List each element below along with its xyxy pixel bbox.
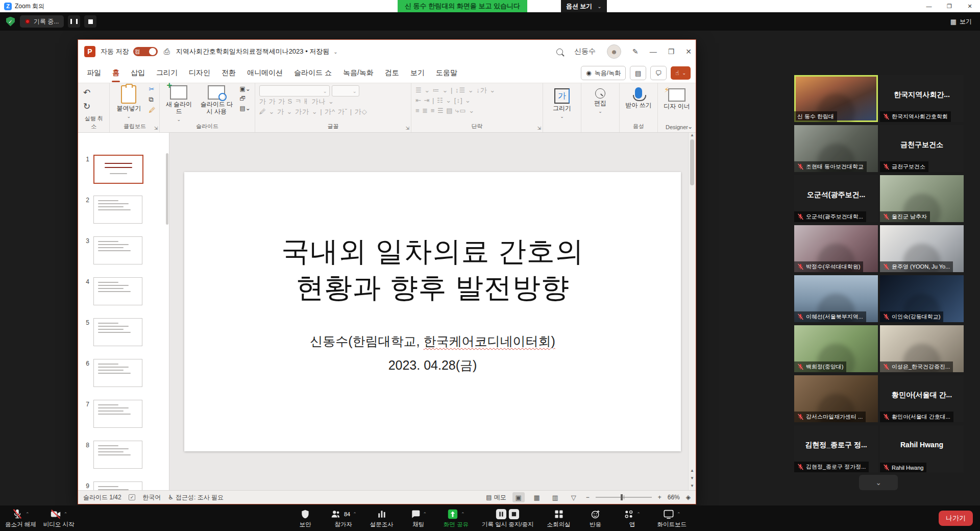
paste-button[interactable]: 붙여넣기 ⌄ (114, 85, 143, 119)
ppt-maximize-button[interactable]: ❐ (668, 47, 675, 56)
slide-thumbnail-5[interactable]: 5 (78, 318, 169, 346)
zoom-in-button[interactable]: + (658, 494, 662, 501)
slide-reset-button[interactable]: 🗗 (239, 95, 250, 102)
tab-녹음/녹화[interactable]: 녹음/녹화 (337, 64, 379, 82)
slide-thumbnail-1[interactable]: 1 (78, 155, 169, 184)
slide-canvas[interactable]: 국내외 일차의료 간호의 현황과 향후 발전방향 신동수(한림대학교, 한국케어… (184, 172, 681, 451)
chevron-up-icon[interactable]: ⌃ (353, 512, 357, 517)
thumbnail-preview[interactable] (93, 441, 142, 469)
new-slide-button[interactable]: 새 슬라이드 ⌄ (164, 85, 193, 122)
thumbnail-preview[interactable] (93, 277, 142, 305)
view-options-button[interactable]: 옵션 보기 ⌄ (561, 0, 607, 12)
redo-button[interactable]: ↻ (83, 101, 104, 112)
participant-tile[interactable]: 백희정(중앙대) (794, 325, 878, 372)
gallery-view-button[interactable]: ▦ 보기 (946, 15, 976, 28)
clipboard-dialog-launcher[interactable]: ⇲ (154, 126, 158, 131)
window-close-button[interactable]: ✕ (960, 0, 980, 12)
ppt-minimize-button[interactable]: — (650, 47, 657, 56)
tab-디자인[interactable]: 디자인 (183, 64, 216, 82)
thumbnail-preview[interactable] (93, 400, 142, 428)
slide-thumbnail-2[interactable]: 2 (78, 196, 169, 224)
document-title[interactable]: 지역사회간호학회일차의료정책세미나2023 • 저장됨 ⌄ (176, 47, 338, 56)
participant-tile[interactable]: 오군석(광주보건...오군석(광주보건대학... (794, 175, 878, 222)
normal-view-button[interactable]: ▣ (512, 492, 525, 502)
chevron-up-icon[interactable]: ⌃ (26, 512, 30, 517)
record-presentation-button[interactable]: ◉ 녹음/녹화 (581, 66, 626, 80)
cut-button[interactable]: ✂ (149, 85, 155, 93)
chevron-up-icon[interactable]: ⌃ (64, 512, 68, 517)
tab-도움말[interactable]: 도움말 (430, 64, 463, 82)
tab-보기[interactable]: 보기 (405, 64, 430, 82)
tab-홈[interactable]: 홈 (107, 64, 125, 82)
participant-tile[interactable]: 황민아(서울대 간...황민아(서울대 간호대... (880, 375, 964, 422)
thumbnail-preview[interactable] (93, 318, 142, 346)
tab-전환[interactable]: 전환 (216, 64, 241, 82)
participants-more-button[interactable]: ⌄ (859, 475, 898, 490)
avatar[interactable]: ☻ (607, 44, 621, 59)
participant-tile[interactable]: 신 동수 한림대 (794, 75, 878, 122)
recording-pause-button[interactable] (68, 15, 80, 28)
slideshow-button[interactable]: ▽ (568, 492, 580, 502)
slide-thumbnail-7[interactable]: 7 (78, 400, 169, 428)
zoom-slider[interactable] (596, 497, 652, 498)
tab-슬라이드 쇼[interactable]: 슬라이드 쇼 (288, 64, 337, 82)
previous-slide-button[interactable]: ▲ (690, 468, 694, 473)
participant-tile[interactable]: 박정수(우석대대학원) (794, 225, 878, 272)
font-size-select[interactable]: ⌄ (332, 85, 359, 96)
toolbar-item-소회의실[interactable]: 소회의실 (547, 509, 571, 528)
ppt-close-button[interactable]: ✕ (685, 47, 692, 56)
paragraph-buttons[interactable]: ☰ ⌄ ≔ ⌄ | ↕☰ ⌄ ↓가 ⌄⇤ ⇥ | ☷ ⌄ [↕] ⌄≡ ≣ ≡ … (415, 85, 538, 116)
chevron-up-icon[interactable]: ⌃ (461, 512, 465, 517)
font-dialog-launcher[interactable]: ⇲ (405, 126, 409, 131)
accessibility-status[interactable]: ♿ 접근성: 조사 필요 (168, 493, 224, 502)
leave-button[interactable]: 나가기 (939, 511, 973, 526)
participant-tile[interactable]: 금천구보건소금천구보건소 (880, 125, 964, 172)
reuse-slides-button[interactable]: 슬라이드 다시 사용 (199, 85, 234, 115)
toolbar-item-앱[interactable]: ⌃앱 (621, 509, 644, 528)
toolbar-item-반응[interactable]: 반응 (584, 509, 607, 528)
toolbar-item-음소거 해제[interactable]: ⌃음소거 해제 (5, 509, 36, 528)
fit-slide-button[interactable]: ◈ (686, 494, 691, 501)
thumbnail-preview[interactable] (93, 196, 142, 224)
slide-section-button[interactable]: ▤⌄ (239, 105, 250, 112)
slide-thumbnail-6[interactable]: 6 (78, 359, 169, 387)
participant-tile[interactable]: 김현정_종로구 정...김현정_종로구 정가정... (794, 425, 878, 472)
chevron-up-icon[interactable]: ⌃ (423, 512, 427, 517)
notes-button[interactable]: ▤ 메모 (486, 493, 506, 502)
zoom-level[interactable]: 66% (668, 494, 680, 501)
slide-thumbnail-4[interactable]: 4 (78, 277, 169, 305)
editing-button[interactable]: 편집 ⌄ (585, 88, 615, 114)
toolbar-item-화면 공유[interactable]: ⌃화면 공유 (444, 509, 469, 528)
autosave-toggle[interactable]: 켬 (133, 47, 158, 56)
language-indicator[interactable]: 한국어 (142, 493, 161, 502)
save-icon[interactable]: ⎙ (164, 47, 170, 56)
spellcheck-icon[interactable]: ✓ (129, 494, 136, 500)
collapse-ribbon-button[interactable]: ⌄ (688, 123, 693, 130)
participant-tile[interactable]: Rahil HwangRahil Hwang (880, 425, 964, 472)
tab-그리기[interactable]: 그리기 (151, 64, 183, 82)
pen-icon[interactable]: ✎ (632, 47, 639, 56)
font-buttons[interactable]: 가 가 가 S ㅋㅐ 가나 ⌄🖉 ⌄ 가 ⌄ 가가 ⌄ | 가^ 가ˇ | 가◇ (259, 96, 407, 117)
toolbar-item-화이트보드[interactable]: ⌃화이트보드 (657, 509, 687, 528)
thumbnail-preview[interactable] (93, 155, 143, 184)
tab-애니메이션[interactable]: 애니메이션 (241, 64, 288, 82)
copy-button[interactable]: ⧉ (149, 95, 155, 104)
participant-tile[interactable]: 울진군 남추자 (880, 175, 964, 222)
draw-button[interactable]: 가 그리기 ⌄ (547, 88, 577, 119)
participant-tile[interactable]: 이혜선(서울북부지역... (794, 275, 878, 322)
participant-tile[interactable]: 윤주영 (YOON, Ju Yo... (880, 225, 964, 272)
format-painter-button[interactable]: 🖉 (149, 106, 155, 114)
toolbar-item-비디오 시작[interactable]: ⌃비디오 시작 (43, 509, 75, 528)
tab-삽입[interactable]: 삽입 (125, 64, 151, 82)
slide-thumbnail-9[interactable]: 9 (78, 481, 169, 490)
toolbar-item-보안[interactable]: 보안 (293, 509, 317, 528)
slide-scrollbar[interactable]: ▲ ▲ ▼ ▼ (688, 133, 696, 490)
chevron-up-icon[interactable]: ⌃ (677, 512, 681, 517)
thumbnail-preview[interactable] (93, 236, 142, 264)
toolbar-item-채팅[interactable]: ⌃채팅 (407, 509, 430, 528)
paragraph-dialog-launcher[interactable]: ⇲ (537, 126, 541, 131)
thumbnail-preview[interactable] (93, 359, 142, 387)
search-icon[interactable] (556, 49, 563, 55)
next-slide-button[interactable]: ▼ (690, 476, 694, 480)
toolbar-item-참가자[interactable]: 84⌃참가자 (330, 509, 357, 528)
